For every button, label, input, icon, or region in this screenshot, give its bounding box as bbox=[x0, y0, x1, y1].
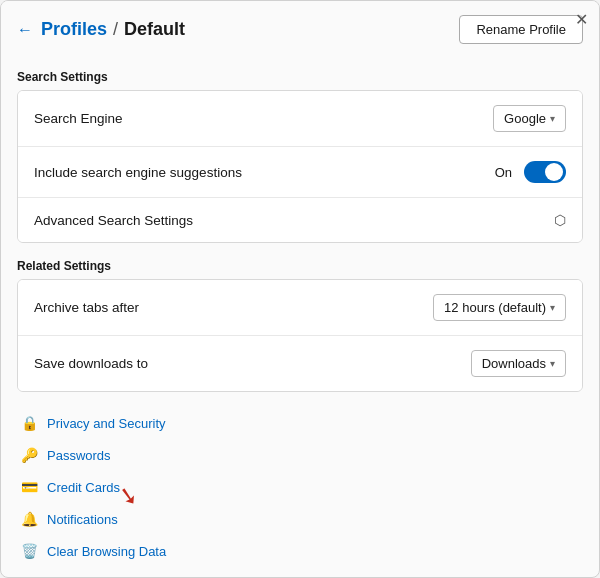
key-icon: 🔑 bbox=[21, 447, 37, 463]
related-settings-title: Related Settings bbox=[17, 259, 583, 273]
search-engine-label: Search Engine bbox=[34, 111, 123, 126]
chevron-down-icon: ▾ bbox=[550, 302, 555, 313]
search-engine-row: Search Engine Google ▾ bbox=[18, 91, 582, 147]
archive-tabs-row: Archive tabs after 12 hours (default) ▾ bbox=[18, 280, 582, 336]
search-suggestions-label: Include search engine suggestions bbox=[34, 165, 242, 180]
search-suggestions-row: Include search engine suggestions On bbox=[18, 147, 582, 198]
lock-icon: 🔒 bbox=[21, 415, 37, 431]
chevron-down-icon: ▾ bbox=[550, 113, 555, 124]
search-suggestions-action: On bbox=[495, 161, 566, 183]
save-downloads-value: Downloads bbox=[482, 356, 546, 371]
advanced-search-label: Advanced Search Settings bbox=[34, 213, 193, 228]
nav-link-privacy-label: Privacy and Security bbox=[47, 416, 166, 431]
title-bar: ← Profiles / Default Rename Profile bbox=[1, 1, 599, 54]
nav-link-notifications[interactable]: 🔔 Notifications bbox=[17, 504, 583, 534]
bell-icon: 🔔 bbox=[21, 511, 37, 527]
breadcrumb: ← Profiles / Default bbox=[17, 19, 185, 40]
advanced-search-row[interactable]: Advanced Search Settings ⬡ bbox=[18, 198, 582, 242]
nav-link-passwords-label: Passwords bbox=[47, 448, 111, 463]
archive-tabs-label: Archive tabs after bbox=[34, 300, 139, 315]
archive-tabs-value: 12 hours (default) bbox=[444, 300, 546, 315]
nav-link-clear-browsing-label: Clear Browsing Data bbox=[47, 544, 166, 559]
nav-link-credit-cards-label: Credit Cards bbox=[47, 480, 120, 495]
advanced-search-action: ⬡ bbox=[554, 212, 566, 228]
toggle-on-label: On bbox=[495, 165, 512, 180]
archive-tabs-dropdown[interactable]: 12 hours (default) ▾ bbox=[433, 294, 566, 321]
trash-icon: 🗑️ bbox=[21, 543, 37, 559]
search-settings-group: Search Engine Google ▾ Include search en… bbox=[17, 90, 583, 243]
nav-link-credit-cards[interactable]: 💳 Credit Cards bbox=[17, 472, 583, 502]
search-settings-title: Search Settings bbox=[17, 70, 583, 84]
archive-tabs-action: 12 hours (default) ▾ bbox=[433, 294, 566, 321]
save-downloads-row: Save downloads to Downloads ▾ bbox=[18, 336, 582, 391]
nav-link-passwords[interactable]: 🔑 Passwords bbox=[17, 440, 583, 470]
credit-card-icon: 💳 bbox=[21, 479, 37, 495]
save-downloads-label: Save downloads to bbox=[34, 356, 148, 371]
nav-link-notifications-label: Notifications bbox=[47, 512, 118, 527]
save-downloads-action: Downloads ▾ bbox=[471, 350, 566, 377]
external-link-icon: ⬡ bbox=[554, 212, 566, 228]
nav-link-privacy[interactable]: 🔒 Privacy and Security bbox=[17, 408, 583, 438]
search-engine-action: Google ▾ bbox=[493, 105, 566, 132]
footer-row: Delete "Default" Profile bbox=[17, 570, 583, 577]
search-engine-value: Google bbox=[504, 111, 546, 126]
chevron-down-icon: ▾ bbox=[550, 358, 555, 369]
save-downloads-dropdown[interactable]: Downloads ▾ bbox=[471, 350, 566, 377]
profiles-link[interactable]: Profiles bbox=[41, 19, 107, 40]
search-engine-dropdown[interactable]: Google ▾ bbox=[493, 105, 566, 132]
rename-profile-button[interactable]: Rename Profile bbox=[459, 15, 583, 44]
nav-link-clear-browsing[interactable]: 🗑️ Clear Browsing Data bbox=[17, 536, 583, 566]
current-page-title: Default bbox=[124, 19, 185, 40]
search-suggestions-toggle[interactable] bbox=[524, 161, 566, 183]
nav-links-list: 🔒 Privacy and Security 🔑 Passwords 💳 Cre… bbox=[17, 408, 583, 566]
content-area: Search Settings Search Engine Google ▾ I… bbox=[1, 54, 599, 577]
related-settings-group: Archive tabs after 12 hours (default) ▾ … bbox=[17, 279, 583, 392]
close-button[interactable]: ✕ bbox=[575, 10, 588, 29]
breadcrumb-separator: / bbox=[113, 19, 118, 40]
back-arrow-icon[interactable]: ← bbox=[17, 21, 33, 39]
settings-window: ✕ ← Profiles / Default Rename Profile Se… bbox=[0, 0, 600, 578]
